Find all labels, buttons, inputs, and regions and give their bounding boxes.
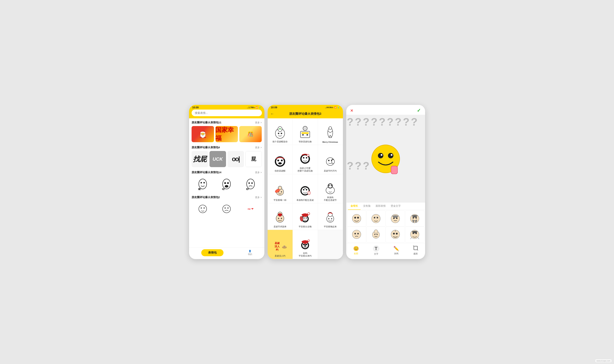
sticker-2-3[interactable]: ne ❤: [239, 201, 262, 217]
sticker-14-1[interactable]: 噢!: [192, 176, 214, 192]
svg-point-104: [393, 218, 395, 219]
tab-no-face[interactable]: 没有脸: [361, 203, 373, 210]
sticker-cell-13[interactable]: 圣诞没人约 圣诞没人约: [268, 230, 293, 259]
svg-rect-94: [391, 166, 397, 174]
toolbar-sticker[interactable]: 😊 贴图: [353, 246, 359, 255]
editor-sticker-7[interactable]: [386, 226, 405, 242]
svg-point-105: [396, 218, 397, 219]
svg-point-7: [225, 185, 228, 188]
toolbar-doodle[interactable]: ✏️ 涂鸦: [393, 246, 399, 255]
phone3: × ✓ ? ? ? ? ? ? ? ? ? ? ? ?: [346, 105, 425, 259]
status-bar-2: 10:09 ...64.0k/s 📶 🔋: [268, 105, 343, 110]
svg-point-51: [281, 191, 282, 192]
svg-point-42: [306, 157, 307, 158]
status-icons-1: ...1.7M/s 📶 🔋: [247, 106, 261, 109]
sticker-14-2[interactable]: 哇!: [215, 176, 238, 192]
sticker-cell-1[interactable]: 祝个圣诞帽送你: [268, 118, 293, 145]
editor-sticker-6[interactable]: [366, 226, 386, 242]
sticker-cell-6[interactable]: 圣诞节约不约: [318, 145, 343, 174]
svg-point-95: [352, 214, 361, 223]
time-1: 10:09: [192, 106, 199, 109]
sticker-cell-10[interactable]: 圣诞节求脱单: [268, 203, 293, 230]
sticker-4-1[interactable]: 找屁: [192, 151, 208, 167]
confirm-button[interactable]: ✓: [417, 108, 421, 113]
sticker-caption-4: 你的圣诞帽: [275, 170, 285, 172]
editor-sticker-4[interactable]: [405, 211, 424, 226]
sticker-cell-11[interactable]: 平安夜出去嗨: [293, 203, 318, 230]
editor-sticker-5[interactable]: [347, 226, 366, 242]
svg-point-55: [303, 189, 304, 190]
tab-sticker-pack[interactable]: 表情包: [201, 249, 223, 256]
toolbar-crop[interactable]: 裁剪: [413, 246, 418, 255]
section-14-more[interactable]: 更多 >: [255, 171, 262, 174]
toolbar-text[interactable]: T 文字: [373, 245, 379, 256]
search-input[interactable]: [192, 110, 262, 116]
sticker-thumb-2[interactable]: 国家幸福: [215, 126, 238, 142]
svg-point-11: [251, 182, 253, 184]
wifi-icon: 📶: [255, 106, 258, 109]
close-button[interactable]: ×: [351, 108, 353, 113]
sticker-img-1: [273, 125, 287, 140]
sticker-img-6: [323, 154, 337, 169]
section-11-more[interactable]: 更多 >: [255, 121, 262, 124]
sticker-cell-2[interactable]: 等拆圣诞礼物: [293, 118, 318, 145]
svg-point-81: [284, 246, 284, 247]
sticker-2-1[interactable]: [192, 201, 214, 217]
sticker-caption-11: 平安夜出去嗨: [299, 225, 312, 228]
tab-jin-guan-zhang[interactable]: 金馆长: [348, 203, 361, 210]
sticker-face-1: 噢!: [192, 176, 214, 192]
text-icon: T: [373, 245, 379, 252]
svg-point-10: [248, 182, 250, 184]
tab-gold-text[interactable]: 烫金文字: [388, 203, 403, 210]
sticker-cell-8[interactable]: 单身狗不配过圣诞: [293, 174, 318, 203]
sticker-2-face-2: [215, 201, 238, 217]
svg-point-18: [227, 208, 229, 208]
svg-point-59: [308, 191, 311, 195]
sticker-4-2[interactable]: UCK: [209, 151, 226, 167]
editor-main-sticker[interactable]: [369, 143, 402, 175]
tab-my[interactable]: 👤 我的: [248, 250, 252, 256]
sticker-face-2: 哇!: [215, 176, 238, 192]
time-2: 10:09: [271, 106, 277, 109]
svg-point-82: [285, 246, 285, 247]
sticker-14-3[interactable]: 耶!: [239, 176, 262, 192]
svg-point-26: [302, 134, 304, 136]
phone2-title: 朋友圈评论爆火表情包3: [289, 112, 321, 116]
editor-sticker-8[interactable]: [405, 226, 424, 242]
sticker-thumb-1[interactable]: 🎅: [192, 126, 214, 142]
sticker-cell-5[interactable]: 你的小可爱 想要个圣诞礼物: [293, 145, 318, 174]
sticker-box-1: 🎅: [192, 126, 214, 142]
svg-point-77: [328, 218, 329, 219]
sticker-thumb-3[interactable]: 🎊: [239, 126, 262, 142]
svg-point-72: [306, 218, 307, 219]
editor-sticker-2[interactable]: [366, 211, 386, 226]
search-bar: [189, 110, 264, 118]
sticker-2-2[interactable]: [215, 201, 238, 217]
sticker-4-3[interactable]: oo|: [227, 151, 244, 167]
section-11-header: 朋友圈评论爆火表情包11 更多 >: [192, 121, 262, 124]
sticker-cell-4[interactable]: 你的圣诞帽: [268, 145, 293, 174]
sticker-cell-14[interactable]: 在吗 平安夜出来约: [293, 230, 318, 259]
pencil-icon: ✏️: [393, 246, 399, 251]
sticker-img-5: [298, 152, 312, 166]
svg-line-128: [413, 246, 414, 246]
tab-face-expression[interactable]: 面部表情: [373, 203, 388, 210]
editor-sticker-1[interactable]: [347, 211, 366, 226]
section-2-more[interactable]: 更多 >: [255, 196, 262, 199]
svg-point-43: [307, 154, 309, 156]
sticker-text-4: 屁: [245, 151, 262, 167]
section-4-more[interactable]: 更多 >: [255, 146, 262, 149]
svg-point-71: [303, 218, 305, 219]
sticker-caption-8: 单身狗不配过圣诞: [297, 199, 314, 202]
sticker-4-4[interactable]: 屁: [245, 151, 262, 167]
sticker-cell-7[interactable]: 平安夜喝一杯: [268, 174, 293, 203]
svg-line-129: [418, 250, 418, 250]
back-button[interactable]: ←: [271, 112, 274, 116]
svg-point-96: [354, 217, 356, 219]
sticker-cell-9[interactable]: 单身狗 不配过圣诞节: [318, 174, 343, 203]
sticker-cell-12[interactable]: 平安夜嗨起来: [318, 203, 343, 230]
editor-sticker-3[interactable]: [386, 211, 405, 226]
sticker-cell-empty: [318, 230, 343, 259]
editor-tabs: 金馆长 没有脸 面部表情 烫金文字: [346, 203, 425, 210]
sticker-cell-3[interactable]: Merry Christmas: [318, 118, 343, 145]
